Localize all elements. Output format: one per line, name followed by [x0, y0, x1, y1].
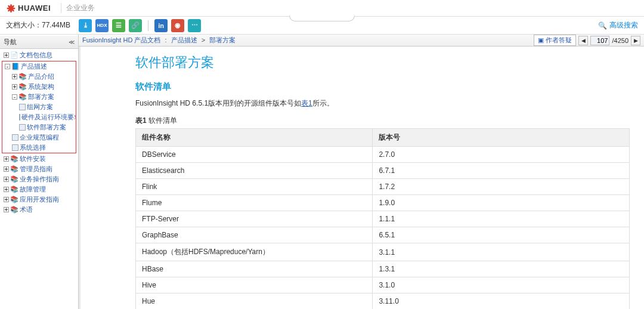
global-header: HUAWEI 企业业务 — [0, 0, 644, 17]
page-number-input[interactable] — [590, 36, 609, 45]
intro-paragraph: FusionInsight HD 6.5.1版本用到的开源组件版本号如表1所示。 — [135, 98, 630, 109]
breadcrumb-root[interactable]: FusionInsight HD 产品文档 — [82, 36, 160, 44]
print-icon[interactable]: ☰ — [112, 19, 125, 32]
drawer-pull-tab[interactable] — [289, 16, 355, 21]
breadcrumb-l1[interactable]: 产品描述 — [171, 36, 197, 44]
tree-node-sysreq[interactable]: 系统选择 — [2, 143, 76, 153]
tree-node-bizguide[interactable]: +📚业务操作指南 — [1, 174, 77, 184]
software-table: 组件名称 版本号 DBService2.7.0Elasticsearch6.7.… — [135, 128, 630, 309]
table-row: FTP-Server1.1.1 — [136, 211, 630, 227]
page-title: 软件部署方案 — [135, 54, 630, 72]
table-caption: 表1 软件清单 — [135, 116, 630, 126]
tree-node-mgrguide[interactable]: +📚管理员指南 — [1, 164, 77, 174]
sidebar: 导航 ≪ +📄文档包信息 -📘产品描述 +📚产品介绍 +📚系统架构 -📚部署方案… — [0, 35, 79, 309]
tree-node-netplan[interactable]: 组网方案 — [2, 102, 76, 112]
table-row: HBase1.3.1 — [136, 261, 630, 277]
content-area: 软件部署方案 软件清单 FusionInsight HD 6.5.1版本用到的开… — [79, 47, 644, 309]
linkedin-icon[interactable]: in — [154, 19, 168, 32]
table-col-name: 组件名称 — [136, 129, 373, 147]
table-row: Flink1.7.2 — [136, 179, 630, 195]
tree-node-faultmgr[interactable]: +📚故障管理 — [1, 184, 77, 194]
tree-node-prodintro[interactable]: +📚产品介绍 — [2, 72, 76, 82]
table-row: Hue3.11.0 — [136, 293, 630, 310]
section-heading: 软件清单 — [135, 81, 630, 92]
tree-node-sysarch[interactable]: +📚系统架构 — [2, 82, 76, 92]
intro-table-link[interactable]: 表1 — [301, 99, 312, 107]
collapse-icon[interactable]: ≪ — [69, 39, 75, 45]
file-size-label: 文档大小：77.44MB — [6, 20, 70, 30]
tree-node-impl[interactable]: 企业规范编程 — [2, 132, 76, 143]
download-icon[interactable]: ⤓ — [79, 19, 92, 32]
share-icon[interactable]: ⋯ — [188, 19, 201, 32]
search-icon: 🔍 — [598, 21, 607, 30]
tree-node-docinfo[interactable]: +📄文档包信息 — [1, 50, 77, 60]
next-page-button[interactable]: ▶ — [631, 36, 640, 45]
table-row: Hive3.1.0 — [136, 277, 630, 293]
breadcrumb-bar: FusionInsight HD 产品文档 : 产品描述 > 部署方案 ▣作者答… — [79, 35, 644, 47]
sidebar-title: 导航 — [4, 38, 17, 47]
hdx-icon[interactable]: HDX — [95, 19, 109, 32]
tree-node-devguide[interactable]: +📚应用开发指南 — [1, 194, 77, 205]
weibo-icon[interactable]: ◉ — [171, 19, 184, 32]
tree-node-hwreq[interactable]: 硬件及运行环境要求 — [2, 112, 76, 122]
prev-page-button[interactable]: ◀ — [578, 36, 588, 45]
table-row: Flume1.9.0 — [136, 195, 630, 211]
table-col-version: 版本号 — [373, 129, 630, 147]
huawei-logo: HUAWEI — [6, 3, 54, 14]
tree-node-proddesc[interactable]: -📘产品描述 — [2, 61, 76, 72]
breadcrumb: FusionInsight HD 产品文档 : 产品描述 > 部署方案 — [82, 36, 236, 45]
table-row: GraphBase6.5.1 — [136, 227, 630, 243]
nav-tree: +📄文档包信息 -📘产品描述 +📚产品介绍 +📚系统架构 -📚部署方案 组网方案… — [0, 49, 78, 216]
brand-name: HUAWEI — [18, 4, 51, 13]
table-row: Hadoop（包括HDFS/Mapreduce/Yarn）3.1.1 — [136, 243, 630, 261]
advanced-search-link[interactable]: 🔍 高级搜索 — [598, 20, 638, 30]
tree-node-deploy[interactable]: -📚部署方案 — [2, 92, 76, 102]
table-row: Elasticsearch6.7.1 — [136, 163, 630, 179]
tree-node-swdeploy[interactable]: 软件部署方案 — [2, 122, 76, 132]
tree-node-terms[interactable]: +📚术语 — [1, 205, 77, 215]
author-qa-button[interactable]: ▣作者答疑 — [534, 35, 576, 46]
link-icon[interactable]: 🔗 — [129, 19, 142, 32]
table-row: DBService2.7.0 — [136, 147, 630, 163]
tree-node-swinstall[interactable]: +📚软件安装 — [1, 154, 77, 164]
page-total: /4250 — [612, 37, 628, 44]
brand-subtitle: 企业业务 — [61, 3, 95, 13]
breadcrumb-l2[interactable]: 部署方案 — [209, 36, 236, 44]
